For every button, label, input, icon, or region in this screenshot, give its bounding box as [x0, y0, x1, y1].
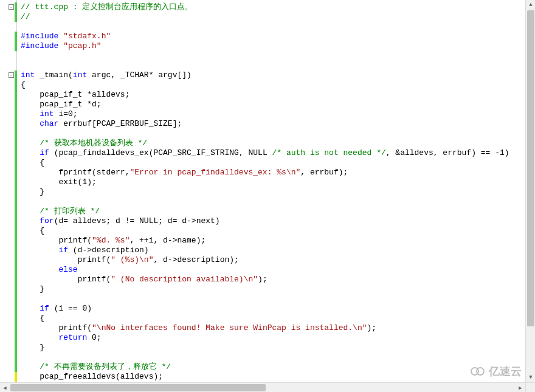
fold-toggle-icon[interactable]: -: [9, 72, 14, 78]
code-line[interactable]: [21, 22, 535, 32]
code-line[interactable]: // ttt.cpp : 定义控制台应用程序的入口点。: [21, 2, 535, 12]
gutter[interactable]: --: [0, 0, 17, 392]
code-line[interactable]: pcap_freealldevs(alldevs);: [21, 372, 535, 382]
code-line[interactable]: for(d= alldevs; d != NULL; d= d->next): [21, 216, 535, 226]
code-line[interactable]: }: [21, 187, 535, 197]
code-line[interactable]: //: [21, 12, 535, 22]
horizontal-scrollbar[interactable]: ◀ ▶: [0, 382, 525, 392]
scroll-down-icon[interactable]: ▼: [526, 373, 535, 382]
scroll-left-icon[interactable]: ◀: [0, 383, 10, 392]
code-line[interactable]: {: [21, 314, 535, 323]
code-area[interactable]: // ttt.cpp : 定义控制台应用程序的入口点。//#include "s…: [17, 0, 535, 392]
code-line[interactable]: /* 获取本地机器设备列表 */: [21, 139, 535, 148]
code-line[interactable]: {: [21, 158, 535, 168]
scroll-up-icon[interactable]: ▲: [526, 0, 535, 10]
code-line[interactable]: char errbuf[PCAP_ERRBUF_SIZE];: [21, 119, 535, 129]
code-line[interactable]: else: [21, 265, 535, 275]
code-line[interactable]: if (pcap_findalldevs_ex(PCAP_SRC_IF_STRI…: [21, 148, 535, 158]
code-line[interactable]: {: [21, 80, 535, 90]
code-line[interactable]: int i=0;: [21, 109, 535, 119]
code-line[interactable]: [21, 197, 535, 207]
horizontal-scroll-thumb[interactable]: [10, 384, 266, 391]
code-line[interactable]: [21, 61, 535, 70]
code-line[interactable]: #include "pcap.h": [21, 41, 535, 51]
code-line[interactable]: #include "stdafx.h": [21, 32, 535, 41]
vertical-scrollbar[interactable]: ▲ ▼: [525, 0, 535, 382]
scroll-right-icon[interactable]: ▶: [516, 383, 525, 392]
fold-toggle-icon[interactable]: -: [9, 4, 14, 10]
code-line[interactable]: pcap_if_t *d;: [21, 100, 535, 109]
code-line[interactable]: fprintf(stderr,"Error in pcap_findalldev…: [21, 168, 535, 177]
code-line[interactable]: [21, 294, 535, 304]
code-line[interactable]: pcap_if_t *alldevs;: [21, 90, 535, 100]
code-line[interactable]: printf("\nNo interfaces found! Make sure…: [21, 323, 535, 333]
code-line[interactable]: [21, 129, 535, 139]
code-line[interactable]: printf("%d. %s", ++i, d->name);: [21, 236, 535, 246]
scrollbar-corner: [525, 382, 535, 392]
code-line[interactable]: {: [21, 226, 535, 236]
code-line[interactable]: /* 打印列表 */: [21, 207, 535, 216]
code-line[interactable]: [21, 352, 535, 362]
code-line[interactable]: [21, 51, 535, 61]
code-line[interactable]: int _tmain(int argc, _TCHAR* argv[]): [21, 70, 535, 80]
code-line[interactable]: printf(" (%s)\n", d->description);: [21, 255, 535, 265]
code-line[interactable]: }: [21, 284, 535, 294]
code-line[interactable]: /* 不再需要设备列表了，释放它 */: [21, 362, 535, 372]
code-line[interactable]: }: [21, 343, 535, 352]
code-line[interactable]: printf(" (No description available)\n");: [21, 275, 535, 284]
code-line[interactable]: exit(1);: [21, 177, 535, 187]
code-line[interactable]: return 0;: [21, 333, 535, 343]
code-line[interactable]: if (i == 0): [21, 304, 535, 314]
code-line[interactable]: if (d->description): [21, 246, 535, 255]
code-editor[interactable]: -- // ttt.cpp : 定义控制台应用程序的入口点。//#include…: [0, 0, 535, 392]
vertical-scroll-thumb[interactable]: [527, 10, 534, 326]
